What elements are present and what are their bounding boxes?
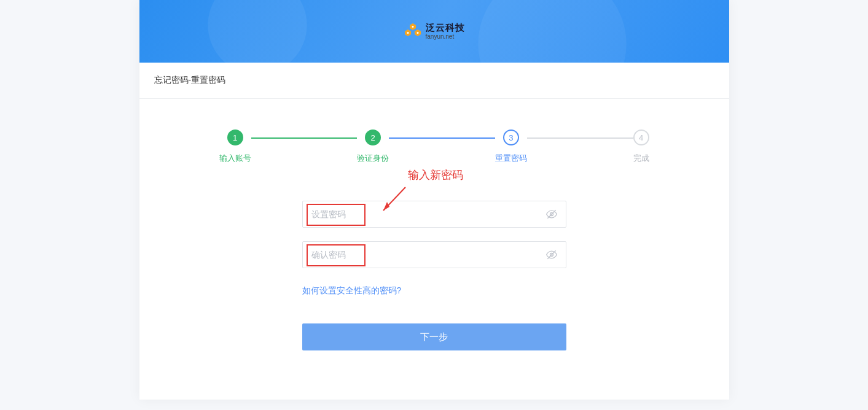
step-4-circle: 4 [633, 130, 649, 145]
step-4: 4 完成 [633, 130, 649, 164]
step-2: 2 验证身份 [357, 130, 389, 164]
brand-name-cn: 泛云科技 [426, 23, 465, 33]
page-container: 泛云科技 fanyun.net 忘记密码-重置密码 1 输入账号 2 验证身份 … [139, 0, 729, 400]
svg-point-0 [412, 26, 413, 28]
brand-logo: 泛云科技 fanyun.net [404, 23, 465, 40]
step-2-label: 验证身份 [357, 153, 389, 164]
annotation-arrow-icon [375, 184, 409, 218]
step-3-label: 重置密码 [495, 153, 527, 164]
svg-marker-4 [383, 202, 389, 211]
step-1: 1 输入账号 [219, 130, 251, 164]
step-3-circle: 3 [503, 130, 519, 145]
confirm-password-input[interactable] [303, 242, 566, 268]
confirm-password-field-wrapper [302, 241, 566, 268]
svg-point-2 [416, 32, 418, 34]
step-4-label: 完成 [633, 153, 649, 164]
svg-point-1 [407, 32, 409, 34]
help-link[interactable]: 如何设置安全性高的密码? [302, 285, 402, 296]
header-banner: 泛云科技 fanyun.net [139, 0, 729, 63]
step-line-3 [527, 137, 633, 139]
next-step-button[interactable]: 下一步 [302, 323, 566, 350]
step-1-label: 输入账号 [219, 153, 251, 164]
toggle-confirm-visibility-icon[interactable] [545, 248, 558, 261]
logo-icon [404, 23, 422, 39]
brand-name-en: fanyun.net [426, 33, 465, 40]
step-2-circle: 2 [365, 130, 381, 145]
password-input[interactable] [303, 201, 566, 227]
step-3: 3 重置密码 [495, 130, 527, 164]
step-1-circle: 1 [227, 130, 243, 145]
page-title: 忘记密码-重置密码 [139, 63, 729, 99]
step-line-1 [251, 137, 358, 139]
content-area: 1 输入账号 2 验证身份 3 重置密码 4 完成 输入新密码 [139, 99, 729, 400]
annotation-text: 输入新密码 [408, 168, 463, 182]
step-line-2 [389, 137, 495, 139]
form-area: 输入新密码 [302, 201, 566, 350]
step-indicator: 1 输入账号 2 验证身份 3 重置密码 4 完成 [219, 130, 649, 164]
logo-text: 泛云科技 fanyun.net [426, 23, 465, 40]
password-field-wrapper [302, 201, 566, 228]
toggle-password-visibility-icon[interactable] [545, 207, 558, 221]
